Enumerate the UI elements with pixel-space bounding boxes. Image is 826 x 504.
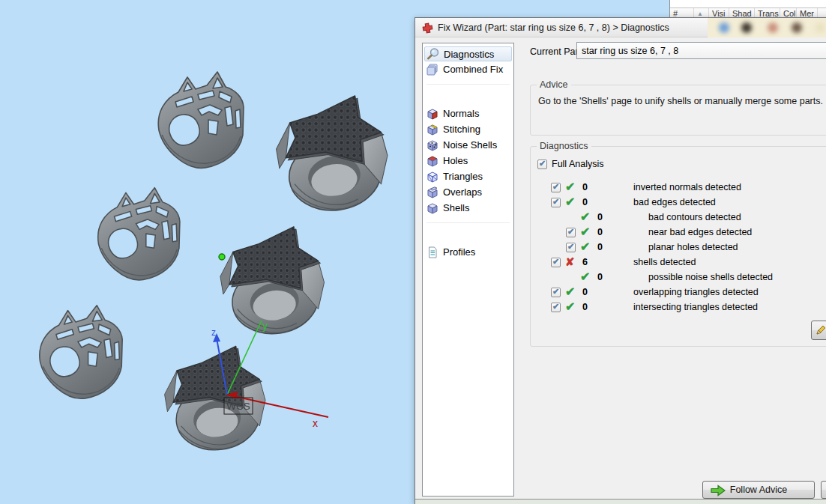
dialog-title: Fix Wizard (Part: star ring us size 6, 7… bbox=[438, 18, 669, 37]
sidebar-item-overlaps[interactable]: Overlaps bbox=[424, 184, 512, 200]
check-icon: ✔ bbox=[565, 301, 578, 313]
origin-marker-dot bbox=[219, 254, 225, 260]
edit-profile-button[interactable] bbox=[811, 321, 826, 340]
titlebar-glass-reflection bbox=[708, 18, 826, 37]
full-analysis-label: Full Analysis bbox=[552, 159, 603, 169]
fix-wizard-red-cross-icon bbox=[422, 22, 433, 34]
diagnostic-row: ✔0bad contours detected bbox=[531, 210, 826, 225]
check-icon: ✔ bbox=[565, 181, 578, 193]
diagnostic-checkbox[interactable] bbox=[551, 198, 561, 207]
pencil-icon bbox=[815, 324, 826, 336]
sidebar-item-label: Stitching bbox=[443, 124, 480, 135]
diagnostic-label: shells detected bbox=[633, 257, 696, 267]
star-ring-openwork[interactable] bbox=[40, 306, 122, 399]
dialog-titlebar: Fix Wizard (Part: star ring us size 6, 7… bbox=[415, 18, 826, 37]
diagnostic-row: ✘6shells detected bbox=[531, 255, 826, 270]
cross-icon: ✘ bbox=[565, 256, 578, 268]
diagnostic-count: 0 bbox=[597, 212, 648, 222]
check-icon: ✔ bbox=[580, 241, 593, 253]
diagnostic-checkbox[interactable] bbox=[566, 228, 576, 237]
diagnostic-count: 0 bbox=[582, 287, 633, 297]
diagnostic-row: ✔0overlapping triangles detected bbox=[531, 285, 826, 300]
diagnostic-label: overlapping triangles detected bbox=[633, 287, 759, 297]
wcs-label: WCS bbox=[226, 401, 250, 412]
dialog-bottom-edge bbox=[415, 499, 826, 504]
diagnostic-count: 0 bbox=[582, 302, 633, 312]
diagnostic-count: 0 bbox=[597, 272, 648, 282]
diagnostic-checkbox[interactable] bbox=[551, 258, 561, 267]
diagnostic-label: planar holes detected bbox=[648, 242, 738, 252]
check-icon: ✔ bbox=[580, 226, 593, 238]
sidebar-item-profiles[interactable]: Profiles bbox=[424, 244, 512, 260]
diagnostics-icon bbox=[426, 47, 440, 61]
check-icon: ✔ bbox=[565, 196, 578, 208]
star-ring-pave[interactable] bbox=[277, 96, 388, 216]
diagnostic-count: 6 bbox=[582, 257, 633, 267]
sidebar-item-diagnostics[interactable]: Diagnostics bbox=[424, 46, 512, 61]
z-axis-label: z bbox=[211, 327, 216, 338]
holes-icon bbox=[426, 154, 439, 168]
sidebar-gap bbox=[423, 91, 513, 106]
x-axis-label: x bbox=[313, 417, 318, 429]
diagnostic-count: 0 bbox=[582, 182, 633, 192]
normals-icon bbox=[426, 107, 439, 121]
sidebar-item-label: Diagnostics bbox=[444, 49, 494, 60]
star-ring-pave[interactable] bbox=[220, 227, 325, 339]
diagnostic-count: 0 bbox=[597, 242, 648, 252]
diagnostic-row: ✔0inverted normals detected bbox=[531, 180, 826, 195]
diagnostic-checkbox[interactable] bbox=[551, 183, 561, 192]
diagnostic-row: ✔0bad edges detected bbox=[531, 195, 826, 210]
check-icon: ✔ bbox=[580, 271, 593, 283]
sidebar-item-normals[interactable]: Normals bbox=[424, 106, 512, 121]
star-ring-openwork[interactable] bbox=[98, 188, 180, 280]
diagnostic-label: possible noise shells detected bbox=[648, 272, 773, 282]
sidebar-item-shells[interactable]: Shells bbox=[424, 200, 512, 216]
partially-visible-button[interactable] bbox=[821, 481, 826, 499]
diagnostic-row: ✔0planar holes detected bbox=[531, 240, 826, 255]
stitching-icon bbox=[426, 123, 439, 136]
diagnostic-row: ✔0near bad edges detected bbox=[531, 225, 826, 240]
sidebar-item-label: Combined Fix bbox=[443, 64, 503, 75]
shells-icon bbox=[426, 201, 439, 215]
star-ring-openwork[interactable] bbox=[158, 72, 244, 168]
wizard-page-list: DiagnosticsCombined FixNormalsStitchingN… bbox=[422, 43, 514, 497]
sidebar-item-combined-fix[interactable]: Combined Fix bbox=[424, 61, 512, 77]
diagnostics-caption: Diagnostics bbox=[537, 141, 591, 151]
sidebar-item-label: Holes bbox=[443, 155, 468, 166]
sidebar-separator bbox=[426, 222, 510, 223]
sidebar-item-label: Shells bbox=[443, 202, 469, 213]
combined-fix-icon bbox=[426, 63, 439, 76]
profiles-icon bbox=[426, 246, 439, 259]
sidebar-item-triangles[interactable]: Triangles bbox=[424, 168, 512, 184]
diagnostic-row: ✔0possible noise shells detected bbox=[531, 270, 826, 285]
follow-advice-button[interactable]: Follow Advice bbox=[702, 481, 815, 499]
sidebar-item-label: Normals bbox=[443, 108, 479, 119]
noise-shells-icon bbox=[426, 139, 439, 152]
diagnostic-label: near bad edges detected bbox=[648, 227, 752, 237]
full-analysis-row: Full Analysis bbox=[537, 159, 603, 169]
sidebar-gap bbox=[423, 230, 513, 244]
check-icon: ✔ bbox=[580, 211, 593, 223]
diagnostic-checkbox[interactable] bbox=[551, 303, 561, 312]
fix-wizard-dialog: Fix Wizard (Part: star ring us size 6, 7… bbox=[414, 17, 826, 504]
current-part-field[interactable] bbox=[576, 42, 826, 59]
sidebar-item-label: Overlaps bbox=[443, 186, 482, 198]
diagnostic-checkbox[interactable] bbox=[551, 288, 561, 297]
current-part-label: Current Part: bbox=[530, 46, 584, 57]
check-icon: ✔ bbox=[565, 286, 578, 298]
diagnostic-count: 0 bbox=[597, 227, 648, 237]
diagnostics-results-list: ✔0inverted normals detected✔0bad edges d… bbox=[531, 180, 826, 315]
diagnostics-groupbox: Diagnostics Full Analysis ✔0inverted nor… bbox=[530, 146, 826, 347]
sidebar-separator bbox=[426, 84, 510, 85]
full-analysis-checkbox[interactable] bbox=[537, 160, 547, 169]
diagnostic-label: bad edges detected bbox=[633, 197, 716, 207]
sidebar-item-noise-shells[interactable]: Noise Shells bbox=[424, 137, 512, 153]
overlaps-icon bbox=[426, 186, 439, 199]
sidebar-item-label: Profiles bbox=[443, 246, 475, 258]
sidebar-item-holes[interactable]: Holes bbox=[424, 153, 512, 168]
diagnostic-label: inverted normals detected bbox=[633, 182, 741, 192]
sidebar-item-label: Noise Shells bbox=[443, 139, 497, 151]
diagnostic-checkbox[interactable] bbox=[566, 243, 576, 252]
sidebar-item-stitching[interactable]: Stitching bbox=[424, 121, 512, 137]
advice-groupbox: Advice Go to the 'Shells' page to unify … bbox=[530, 85, 826, 136]
